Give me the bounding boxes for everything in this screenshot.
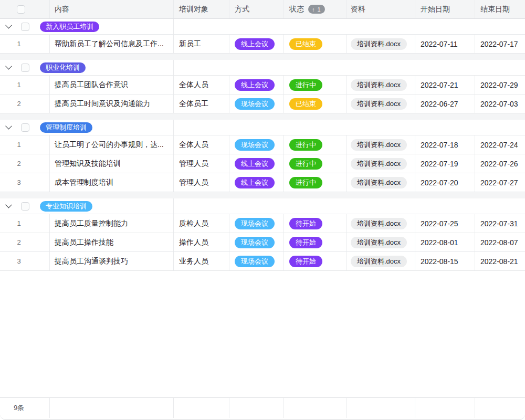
content-cell[interactable]: 成本管理制度培训 — [50, 173, 174, 192]
end-date-cell[interactable]: 2022-08-21 — [475, 252, 525, 270]
status-cell[interactable]: 已结束 — [284, 35, 347, 53]
material-cell[interactable]: 培训资料.docx — [347, 35, 415, 53]
table-row[interactable]: 1提高员工质量控制能力质检人员现场会议待开始培训资料.docx2022-07-2… — [0, 214, 525, 233]
status-cell[interactable]: 待开始 — [284, 214, 347, 233]
start-date-cell[interactable]: 2022-06-27 — [415, 94, 475, 113]
content-cell[interactable]: 提高员工时间意识及沟通能力 — [50, 94, 174, 113]
method-cell[interactable]: 现场会议 — [229, 94, 284, 113]
content-cell[interactable]: 让员工明了公司的办事规则，达... — [50, 135, 174, 154]
collapse-chevron-icon[interactable] — [5, 22, 12, 29]
attachment-chip[interactable]: 培训资料.docx — [351, 38, 407, 50]
start-date-cell[interactable]: 2022-07-25 — [415, 214, 475, 233]
group-header-row[interactable]: 专业知识培训 — [0, 198, 525, 214]
column-header-material[interactable]: 资料 — [347, 0, 415, 18]
attachment-chip[interactable]: 培训资料.docx — [351, 158, 407, 170]
column-header-target[interactable]: 培训对象 — [174, 0, 229, 18]
method-cell[interactable]: 现场会议 — [229, 135, 284, 154]
table-row[interactable]: 1帮助新员工了解公司信息及工作...新员工线上会议已结束培训资料.docx202… — [0, 35, 525, 54]
method-cell[interactable]: 现场会议 — [229, 252, 284, 270]
content-cell[interactable]: 提高员工质量控制能力 — [50, 214, 174, 233]
status-cell[interactable]: 待开始 — [284, 252, 347, 270]
status-cell[interactable]: 进行中 — [284, 135, 347, 154]
attachment-chip[interactable]: 培训资料.docx — [351, 79, 407, 91]
status-cell[interactable]: 进行中 — [284, 154, 347, 173]
target-cell[interactable]: 业务人员 — [174, 252, 229, 270]
material-cell[interactable]: 培训资料.docx — [347, 94, 415, 113]
column-header-method[interactable]: 方式 — [229, 0, 284, 18]
end-date-cell[interactable]: 2022-07-27 — [475, 173, 525, 192]
content-cell[interactable]: 提高员工沟通谈判技巧 — [50, 252, 174, 270]
content-cell[interactable]: 提高员工团队合作意识 — [50, 76, 174, 94]
table-row[interactable]: 3提高员工沟通谈判技巧业务人员现场会议待开始培训资料.docx2022-08-1… — [0, 252, 525, 271]
table-row[interactable]: 1让员工明了公司的办事规则，达...全体人员现场会议进行中培训资料.docx20… — [0, 135, 525, 154]
end-date-cell[interactable]: 2022-07-03 — [475, 94, 525, 113]
collapse-chevron-icon[interactable] — [5, 123, 12, 130]
column-header-content[interactable]: 内容 — [50, 0, 174, 18]
attachment-chip[interactable]: 培训资料.docx — [351, 177, 407, 188]
end-date-cell[interactable]: 2022-07-29 — [475, 76, 525, 94]
method-cell[interactable]: 线上会议 — [229, 173, 284, 192]
material-cell[interactable]: 培训资料.docx — [347, 154, 415, 173]
material-cell[interactable]: 培训资料.docx — [347, 233, 415, 251]
method-cell[interactable]: 现场会议 — [229, 233, 284, 251]
method-cell[interactable]: 线上会议 — [229, 35, 284, 53]
start-date-cell[interactable]: 2022-07-20 — [415, 173, 475, 192]
table-row[interactable]: 3成本管理制度培训管理人员线上会议进行中培训资料.docx2022-07-202… — [0, 173, 525, 192]
end-date-cell[interactable]: 2022-07-31 — [475, 214, 525, 233]
attachment-chip[interactable]: 培训资料.docx — [351, 218, 407, 229]
collapse-chevron-icon[interactable] — [5, 202, 12, 208]
status-cell[interactable]: 待开始 — [284, 233, 347, 251]
material-cell[interactable]: 培训资料.docx — [347, 252, 415, 270]
material-cell[interactable]: 培训资料.docx — [347, 214, 415, 233]
start-date-cell[interactable]: 2022-07-18 — [415, 135, 475, 154]
table-row[interactable]: 2提高员工时间意识及沟通能力全体员工现场会议已结束培训资料.docx2022-0… — [0, 94, 525, 113]
start-date-cell[interactable]: 2022-07-11 — [415, 35, 475, 53]
attachment-chip[interactable]: 培训资料.docx — [351, 256, 407, 267]
target-cell[interactable]: 新员工 — [174, 35, 229, 53]
table-row[interactable]: 2管理知识及技能培训管理人员线上会议进行中培训资料.docx2022-07-19… — [0, 154, 525, 173]
method-cell[interactable]: 线上会议 — [229, 154, 284, 173]
target-cell[interactable]: 质检人员 — [174, 214, 229, 233]
content-cell[interactable]: 帮助新员工了解公司信息及工作... — [50, 35, 174, 53]
attachment-chip[interactable]: 培训资料.docx — [351, 237, 407, 248]
method-cell[interactable]: 现场会议 — [229, 214, 284, 233]
target-cell[interactable]: 全体人员 — [174, 135, 229, 154]
attachment-chip[interactable]: 培训资料.docx — [351, 139, 407, 151]
end-date-cell[interactable]: 2022-07-26 — [475, 154, 525, 173]
group-checkbox[interactable] — [21, 64, 29, 72]
group-checkbox[interactable] — [21, 202, 29, 211]
table-row[interactable]: 2提高员工操作技能操作人员现场会议待开始培训资料.docx2022-08-012… — [0, 233, 525, 252]
column-header-start-date[interactable]: 开始日期 — [415, 0, 475, 18]
end-date-cell[interactable]: 2022-07-17 — [475, 35, 525, 53]
content-cell[interactable]: 管理知识及技能培训 — [50, 154, 174, 173]
group-header-row[interactable]: 职业化培训 — [0, 60, 525, 76]
start-date-cell[interactable]: 2022-08-01 — [415, 233, 475, 251]
status-cell[interactable]: 进行中 — [284, 173, 347, 192]
select-all-checkbox[interactable] — [17, 5, 25, 14]
target-cell[interactable]: 全体人员 — [174, 76, 229, 94]
target-cell[interactable]: 操作人员 — [174, 233, 229, 251]
material-cell[interactable]: 培训资料.docx — [347, 135, 415, 154]
attachment-chip[interactable]: 培训资料.docx — [351, 98, 407, 110]
group-checkbox[interactable] — [21, 123, 29, 132]
column-header-status[interactable]: 状态 ↑ 1 — [284, 0, 347, 18]
target-cell[interactable]: 管理人员 — [174, 173, 229, 192]
start-date-cell[interactable]: 2022-08-15 — [415, 252, 475, 270]
column-header-end-date[interactable]: 结束日期 — [475, 0, 525, 18]
end-date-cell[interactable]: 2022-07-24 — [475, 135, 525, 154]
status-cell[interactable]: 进行中 — [284, 76, 347, 94]
table-row[interactable]: 1提高员工团队合作意识全体人员线上会议进行中培训资料.docx2022-07-2… — [0, 76, 525, 94]
target-cell[interactable]: 全体员工 — [174, 94, 229, 113]
method-cell[interactable]: 线上会议 — [229, 76, 284, 94]
start-date-cell[interactable]: 2022-07-21 — [415, 76, 475, 94]
material-cell[interactable]: 培训资料.docx — [347, 173, 415, 192]
group-checkbox[interactable] — [21, 23, 29, 31]
group-header-row[interactable]: 新入职员工培训 — [0, 19, 525, 35]
collapse-chevron-icon[interactable] — [5, 63, 12, 70]
content-cell[interactable]: 提高员工操作技能 — [50, 233, 174, 251]
start-date-cell[interactable]: 2022-07-19 — [415, 154, 475, 173]
target-cell[interactable]: 管理人员 — [174, 154, 229, 173]
status-cell[interactable]: 已结束 — [284, 94, 347, 113]
sort-indicator-badge[interactable]: ↑ 1 — [308, 5, 325, 14]
end-date-cell[interactable]: 2022-08-07 — [475, 233, 525, 251]
